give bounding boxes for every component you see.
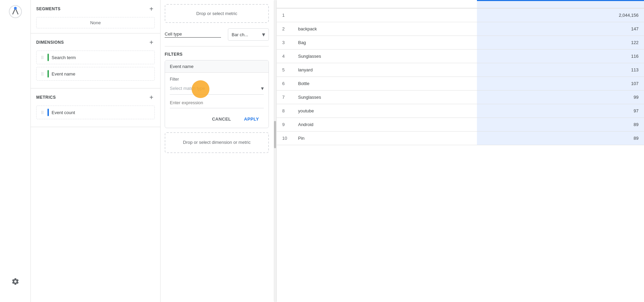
col-value-header: [477, 1, 644, 9]
table-cell-index: 7: [277, 91, 292, 104]
svg-point-19: [43, 113, 43, 114]
apply-button[interactable]: APPLY: [239, 114, 264, 124]
filters-title: FILTERS: [165, 52, 269, 57]
metric-color-bar: [47, 109, 49, 116]
dimension-color-bar: [47, 54, 49, 61]
table-cell-value: 116: [477, 50, 644, 63]
table-row: 5lanyard113: [277, 63, 644, 77]
filter-subtitle: Filter: [170, 77, 264, 82]
table-cell-name: Pin: [292, 132, 477, 145]
table-cell-name: youtube: [292, 104, 477, 118]
data-table-panel: 12,044,1562backpack1473Bag1224Sunglasses…: [277, 0, 644, 302]
table-cell-index: 5: [277, 63, 292, 77]
svg-point-10: [41, 73, 42, 74]
table-row: 12,044,156: [277, 8, 644, 22]
table-cell-value: 97: [477, 104, 644, 118]
chevron-down-icon: ▾: [261, 85, 264, 92]
cell-type-select[interactable]: Bar ch... ▾: [228, 28, 269, 41]
add-segment-button[interactable]: +: [148, 5, 155, 13]
col-name-header: [292, 1, 477, 9]
table-cell-value: 107: [477, 77, 644, 91]
svg-point-11: [43, 73, 43, 74]
table-cell-value: 2,044,156: [477, 8, 644, 22]
dimension-label-search-term: Search term: [52, 55, 151, 60]
table-cell-name: lanyard: [292, 63, 477, 77]
cell-type-row: Cell type Bar ch... ▾: [165, 28, 269, 46]
drag-handle-icon: [40, 55, 45, 60]
settings-gear-icon[interactable]: [9, 275, 22, 288]
svg-point-9: [43, 72, 43, 73]
table-cell-value: 147: [477, 22, 644, 36]
svg-point-5: [43, 57, 43, 58]
table-cell-value: 122: [477, 36, 644, 50]
svg-point-2: [41, 56, 42, 57]
scrollbar-thumb[interactable]: [274, 121, 276, 148]
svg-point-4: [41, 57, 42, 58]
svg-point-17: [43, 112, 43, 113]
filter-card-event-name: Event name Filter Select match type ▾ C: [165, 60, 269, 128]
drop-dimension-zone[interactable]: Drop or select dimension or metric: [165, 132, 269, 153]
table-cell-name: [292, 8, 477, 22]
table-cell-value: 89: [477, 132, 644, 145]
dimension-item-search-term[interactable]: Search term: [36, 51, 155, 64]
svg-point-14: [41, 111, 42, 112]
dimensions-section: DIMENSIONS + Search term Event name: [31, 33, 160, 88]
table-row: 3Bag122: [277, 36, 644, 50]
match-type-select[interactable]: Select match type: [170, 86, 261, 91]
svg-point-3: [43, 56, 43, 57]
table-cell-name: Sunglasses: [292, 50, 477, 63]
table-row: 4Sunglasses116: [277, 50, 644, 63]
metric-item-event-count[interactable]: Event count: [36, 106, 155, 119]
table-cell-index: 1: [277, 8, 292, 22]
filter-actions: CANCEL APPLY: [170, 114, 264, 124]
dimensions-header: DIMENSIONS +: [36, 38, 155, 46]
sidebar: [0, 0, 31, 302]
table-row: 7Sunglasses99: [277, 91, 644, 104]
add-metric-button[interactable]: +: [148, 93, 155, 101]
table-cell-value: 113: [477, 63, 644, 77]
dimension-label-event-name: Event name: [52, 71, 151, 77]
app-logo: [7, 3, 24, 20]
svg-point-18: [41, 113, 42, 114]
match-type-row: Select match type ▾: [170, 85, 264, 95]
dimensions-title: DIMENSIONS: [36, 40, 64, 45]
svg-point-7: [43, 58, 43, 59]
table-cell-index: 4: [277, 50, 292, 63]
metric-label-event-count: Event count: [52, 110, 151, 115]
svg-point-16: [41, 112, 42, 113]
metrics-header: METRICS +: [36, 93, 155, 101]
table-row: 2backpack147: [277, 22, 644, 36]
segments-none: None: [36, 17, 155, 28]
table-cell-value: 89: [477, 118, 644, 132]
drop-metric-label: Drop or select metric: [196, 11, 237, 16]
svg-point-15: [43, 111, 43, 112]
segments-section: SEGMENTS + None: [31, 0, 160, 33]
drag-handle-icon: [40, 71, 45, 76]
svg-point-12: [41, 75, 42, 76]
col-index-header: [277, 1, 292, 9]
config-panel: SEGMENTS + None DIMENSIONS + Search term…: [31, 0, 161, 302]
table-cell-index: 10: [277, 132, 292, 145]
cancel-button[interactable]: CANCEL: [207, 114, 236, 124]
table-cell-name: Bottle: [292, 77, 477, 91]
drop-dimension-label: Drop or select dimension or metric: [183, 140, 251, 145]
svg-point-6: [41, 58, 42, 59]
add-dimension-button[interactable]: +: [148, 38, 155, 46]
table-cell-name: backpack: [292, 22, 477, 36]
expression-input[interactable]: [170, 99, 264, 108]
segments-header: SEGMENTS +: [36, 5, 155, 13]
table-row: 10Pin89: [277, 132, 644, 145]
cell-type-label: Cell type: [165, 31, 221, 38]
dimension-item-event-name[interactable]: Event name: [36, 67, 155, 81]
table-cell-name: Bag: [292, 36, 477, 50]
drop-metric-zone[interactable]: Drop or select metric: [165, 4, 269, 23]
filter-body: Filter Select match type ▾ CANCEL APPLY: [165, 73, 269, 128]
dimension-color-bar: [47, 70, 49, 78]
table-cell-value: 99: [477, 91, 644, 104]
table-cell-index: 6: [277, 77, 292, 91]
table-row: 8youtube97: [277, 104, 644, 118]
table-row: 6Bottle107: [277, 77, 644, 91]
scrollbar-track: [274, 0, 276, 302]
metrics-section: METRICS + Event count: [31, 88, 160, 127]
chevron-down-icon: ▾: [262, 31, 265, 38]
